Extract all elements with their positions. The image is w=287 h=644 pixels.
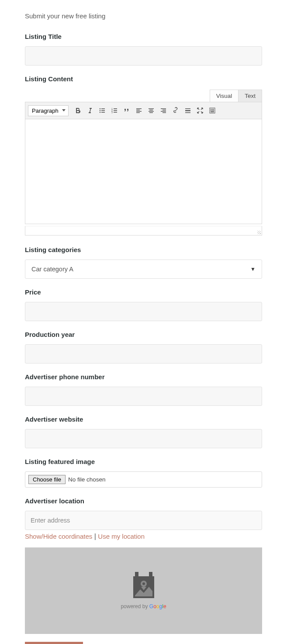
numbered-list-icon[interactable]: 123: [109, 105, 120, 116]
svg-rect-28: [211, 109, 211, 110]
submit-button[interactable]: Submit: [25, 642, 83, 644]
svg-rect-11: [114, 112, 117, 113]
label-featured-image: Listing featured image: [25, 458, 262, 465]
category-select[interactable]: Car category A ▼: [25, 260, 262, 279]
svg-rect-14: [136, 111, 142, 112]
svg-rect-24: [185, 108, 190, 109]
svg-point-0: [100, 108, 100, 109]
listing-form: Submit your new free listing Listing Tit…: [0, 12, 287, 644]
listing-title-input[interactable]: [25, 46, 262, 66]
choose-file-button[interactable]: Choose file: [28, 475, 66, 484]
phone-input[interactable]: [25, 387, 262, 406]
label-listing-title: Listing Title: [25, 33, 262, 40]
location-links: Show/Hide coordinates | Use my location: [25, 533, 262, 540]
svg-rect-17: [149, 110, 153, 111]
toggle-coordinates-link[interactable]: Show/Hide coordinates: [25, 533, 92, 540]
svg-rect-23: [163, 112, 166, 113]
link-icon[interactable]: [170, 105, 181, 116]
svg-rect-29: [212, 109, 213, 110]
format-select[interactable]: Paragraph: [28, 105, 69, 116]
rich-text-editor: Visual Text Paragraph 123: [25, 90, 262, 235]
align-center-icon[interactable]: [145, 105, 157, 116]
svg-rect-16: [149, 108, 154, 109]
bullet-list-icon[interactable]: [97, 105, 108, 116]
svg-rect-7: [114, 108, 117, 109]
align-left-icon[interactable]: [133, 105, 145, 116]
label-phone: Advertiser phone number: [25, 373, 262, 381]
label-year: Production year: [25, 331, 262, 338]
svg-point-38: [142, 582, 145, 585]
align-right-icon[interactable]: [158, 105, 169, 116]
label-categories: Listing categories: [25, 246, 262, 253]
svg-rect-19: [149, 112, 153, 113]
map-error-icon: [131, 572, 157, 599]
map-placeholder: powered by Google: [25, 547, 262, 634]
editor-toolbar: Paragraph 123: [25, 102, 262, 119]
svg-rect-26: [185, 112, 190, 113]
svg-rect-21: [163, 110, 166, 111]
label-price: Price: [25, 288, 262, 296]
svg-rect-13: [136, 110, 140, 111]
blockquote-icon[interactable]: [121, 105, 132, 116]
italic-icon[interactable]: [84, 105, 96, 116]
svg-rect-25: [185, 110, 190, 111]
fullscreen-icon[interactable]: [194, 105, 206, 116]
svg-rect-30: [213, 109, 214, 110]
svg-text:3: 3: [111, 111, 113, 114]
form-subtitle: Submit your new free listing: [25, 12, 262, 20]
google-logo: Google: [149, 603, 166, 609]
category-selected-value: Car category A: [31, 266, 73, 273]
tab-text[interactable]: Text: [239, 90, 262, 102]
insert-more-icon[interactable]: [182, 105, 194, 116]
address-input[interactable]: [25, 511, 262, 530]
svg-rect-3: [101, 110, 105, 111]
label-listing-content: Listing Content: [25, 75, 262, 83]
tab-visual[interactable]: Visual: [210, 90, 239, 102]
svg-rect-5: [101, 112, 105, 113]
toolbar-toggle-icon[interactable]: [207, 105, 218, 116]
bold-icon[interactable]: [72, 105, 83, 116]
svg-rect-35: [135, 572, 138, 576]
svg-rect-34: [211, 111, 214, 112]
use-my-location-link[interactable]: Use my location: [98, 533, 145, 540]
svg-rect-22: [161, 111, 166, 112]
chevron-down-icon: ▼: [250, 266, 256, 272]
svg-rect-32: [212, 110, 213, 111]
editor-footer: [25, 226, 262, 235]
svg-rect-31: [211, 110, 211, 111]
svg-rect-12: [136, 108, 142, 109]
svg-point-4: [100, 112, 100, 113]
map-powered-by: powered by Google: [121, 603, 166, 609]
svg-rect-15: [136, 112, 140, 113]
label-location: Advertiser location: [25, 497, 262, 505]
file-input[interactable]: Choose file No file chosen: [25, 471, 262, 488]
production-year-input[interactable]: [25, 344, 262, 364]
content-editor[interactable]: [25, 119, 262, 224]
svg-rect-9: [114, 110, 117, 111]
file-status-text: No file chosen: [68, 476, 106, 483]
svg-rect-18: [149, 111, 154, 112]
label-website: Advertiser website: [25, 415, 262, 423]
editor-tabs: Visual Text: [25, 90, 262, 102]
website-input[interactable]: [25, 429, 262, 448]
price-input[interactable]: [25, 302, 262, 321]
svg-rect-1: [101, 108, 105, 109]
svg-rect-36: [149, 572, 152, 576]
svg-rect-33: [213, 110, 214, 111]
svg-point-2: [100, 110, 100, 111]
svg-rect-20: [161, 108, 166, 109]
